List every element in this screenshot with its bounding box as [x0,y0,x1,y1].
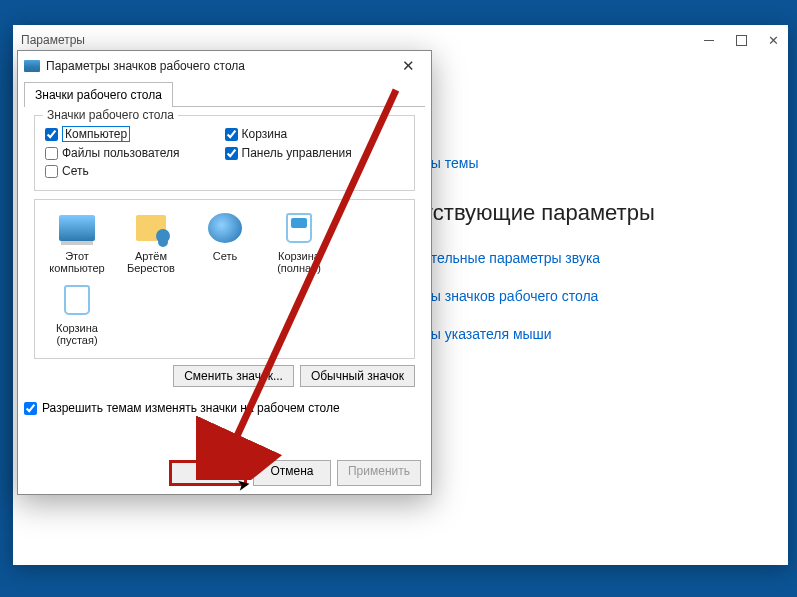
parent-title: Параметры [21,33,702,47]
dialog-titlebar: Параметры значков рабочего стола ✕ [18,51,431,81]
minimize-icon[interactable] [702,33,716,47]
user-folder-icon [136,215,166,241]
dialog-title: Параметры значков рабочего стола [46,59,391,73]
chk-userfiles[interactable]: Файлы пользователя [45,144,225,162]
chk-computer-box[interactable] [45,128,58,141]
chk-recycle-label: Корзина [242,127,288,141]
group-legend: Значки рабочего стола [43,108,178,122]
related-settings-heading: тствующие параметры [423,200,758,226]
chk-computer[interactable]: Компьютер [45,124,225,144]
icon-action-buttons: Сменить значок... Обычный значок [34,365,415,387]
network-icon [208,213,242,243]
desktop-icon-settings-link[interactable]: ры значков рабочего стола [423,288,758,304]
default-icon-button[interactable]: Обычный значок [300,365,415,387]
chk-network-label: Сеть [62,164,89,178]
window-controls: ✕ [702,33,780,47]
mouse-pointer-settings-link[interactable]: ры указателя мыши [423,326,758,342]
icons-visibility-group: Значки рабочего стола Компьютер Корзина … [34,115,415,191]
icon-preview-area: Этот компьютер Артём Берестов Сеть Корзи… [34,199,415,359]
close-icon[interactable]: ✕ [766,33,780,47]
chk-computer-label: Компьютер [62,126,130,142]
allow-themes-row[interactable]: Разрешить темам изменять значки на рабоч… [24,401,431,415]
allow-themes-label: Разрешить темам изменять значки на рабоч… [42,401,340,415]
icon-network-label: Сеть [189,250,261,262]
cancel-button[interactable]: Отмена [253,460,331,486]
checkbox-grid: Компьютер Корзина Файлы пользователя Пан… [45,124,404,180]
icon-this-pc[interactable]: Этот компьютер [41,210,113,276]
recycle-full-icon [286,213,312,243]
icon-this-pc-label: Этот компьютер [41,250,113,274]
icon-bin-full-label: Корзина (полная) [263,250,335,274]
chk-recycle-box[interactable] [225,128,238,141]
pc-icon [59,215,95,241]
ok-button[interactable]: OK [169,460,247,486]
chk-cpanel[interactable]: Панель управления [225,144,405,162]
icon-bin-empty-label: Корзина (пустая) [41,322,113,346]
chk-userfiles-box[interactable] [45,147,58,160]
chk-cpanel-box[interactable] [225,147,238,160]
tab-strip: Значки рабочего стола [18,81,431,106]
icon-network[interactable]: Сеть [189,210,261,276]
dialog-app-icon [24,60,40,72]
chk-network[interactable]: Сеть [45,162,225,180]
icon-user-label: Артём Берестов [115,250,187,274]
related-links: ительные параметры звука ры значков рабо… [423,250,758,342]
sound-settings-link[interactable]: ительные параметры звука [423,250,758,266]
desktop-icons-dialog: Параметры значков рабочего стола ✕ Значк… [17,50,432,495]
change-icon-button[interactable]: Сменить значок... [173,365,294,387]
icon-bin-full[interactable]: Корзина (полная) [263,210,335,276]
dialog-close-icon[interactable]: ✕ [391,57,425,75]
chk-network-box[interactable] [45,165,58,178]
tab-panel: Значки рабочего стола Компьютер Корзина … [24,106,425,393]
tab-desktop-icons[interactable]: Значки рабочего стола [24,82,173,107]
recycle-empty-icon [64,285,90,315]
icon-user[interactable]: Артём Берестов [115,210,187,276]
maximize-icon[interactable] [734,33,748,47]
allow-themes-checkbox[interactable] [24,402,37,415]
icon-bin-empty[interactable]: Корзина (пустая) [41,282,113,348]
chk-cpanel-label: Панель управления [242,146,352,160]
chk-recycle[interactable]: Корзина [225,124,405,144]
dialog-buttons: OK Отмена Применить [169,460,421,486]
chk-userfiles-label: Файлы пользователя [62,146,179,160]
apply-button: Применить [337,460,421,486]
